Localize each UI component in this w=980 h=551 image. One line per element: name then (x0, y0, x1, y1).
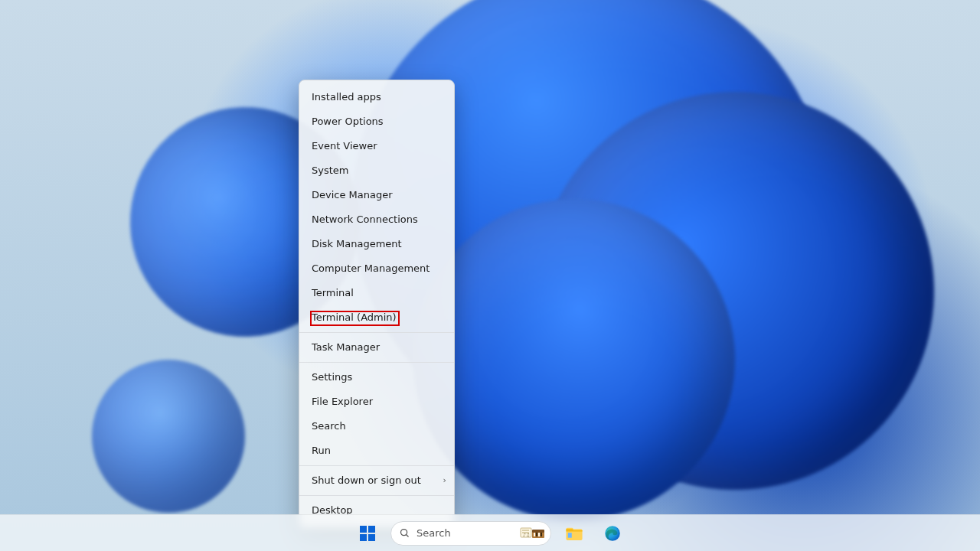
menu-item-run[interactable]: Run (299, 439, 454, 463)
winx-context-menu[interactable]: Installed appsPower OptionsEvent ViewerS… (299, 80, 455, 528)
svg-rect-13 (536, 533, 537, 536)
svg-rect-16 (568, 533, 572, 538)
menu-item-file-explorer[interactable]: File Explorer (299, 390, 454, 414)
menu-item-network-connections[interactable]: Network Connections (299, 207, 454, 232)
svg-text:♪♫: ♪♫ (523, 532, 530, 537)
menu-separator (299, 332, 454, 333)
menu-separator (299, 465, 454, 466)
windows-logo-icon (358, 524, 377, 543)
menu-item-label: Network Connections (312, 214, 418, 225)
svg-rect-11 (532, 530, 544, 533)
menu-item-label: Installed apps (312, 91, 381, 103)
menu-item-label: Disk Management (312, 238, 402, 249)
svg-rect-0 (360, 526, 367, 533)
menu-item-power-options[interactable]: Power Options (299, 109, 454, 134)
menu-item-label: Shut down or sign out (312, 474, 421, 486)
search-rich-icon: ♪♫ (520, 526, 546, 541)
svg-line-5 (407, 535, 409, 537)
menu-item-label: File Explorer (312, 396, 373, 407)
edge-icon (603, 524, 622, 543)
menu-item-terminal-admin[interactable]: Terminal (Admin) (299, 305, 454, 330)
search-placeholder-text: Search (416, 527, 451, 539)
desktop-wallpaper (0, 0, 980, 551)
menu-item-system[interactable]: System (299, 158, 454, 183)
menu-item-label: Event Viewer (312, 140, 377, 152)
svg-point-4 (401, 530, 407, 536)
menu-item-event-viewer[interactable]: Event Viewer (299, 134, 454, 158)
taskbar-search[interactable]: Search ♪♫ (390, 521, 551, 546)
menu-item-label: Terminal (Admin) (312, 311, 397, 323)
file-explorer-icon (564, 523, 584, 543)
menu-separator (299, 495, 454, 496)
svg-rect-1 (368, 526, 375, 533)
menu-item-label: Computer Management (312, 262, 430, 274)
svg-rect-15 (541, 533, 542, 536)
menu-item-search[interactable]: Search (299, 414, 454, 439)
menu-item-label: Settings (312, 371, 352, 383)
svg-rect-14 (538, 533, 540, 536)
menu-item-label: Run (312, 445, 331, 456)
svg-rect-3 (368, 534, 375, 541)
menu-item-disk-management[interactable]: Disk Management (299, 232, 454, 256)
menu-separator (299, 362, 454, 363)
wallpaper-petal (92, 360, 245, 513)
menu-item-label: Device Manager (312, 189, 393, 201)
menu-item-computer-management[interactable]: Computer Management (299, 256, 454, 281)
svg-rect-12 (534, 533, 535, 536)
menu-item-label: Task Manager (312, 341, 380, 353)
menu-item-device-manager[interactable]: Device Manager (299, 183, 454, 207)
taskbar-file-explorer[interactable] (559, 518, 590, 549)
menu-item-label: Search (312, 420, 346, 432)
menu-item-label: Terminal (312, 287, 354, 298)
taskbar: Search ♪♫ (0, 514, 980, 551)
menu-item-label: Power Options (312, 116, 384, 127)
taskbar-edge[interactable] (597, 518, 628, 549)
menu-item-terminal[interactable]: Terminal (299, 281, 454, 305)
menu-item-label: System (312, 165, 348, 176)
menu-item-installed-apps[interactable]: Installed apps (299, 85, 454, 109)
menu-item-shut-down-or-sign-out[interactable]: Shut down or sign out› (299, 468, 454, 493)
chevron-right-icon: › (443, 468, 446, 493)
menu-item-task-manager[interactable]: Task Manager (299, 335, 454, 360)
start-button[interactable] (352, 518, 383, 549)
menu-item-settings[interactable]: Settings (299, 365, 454, 390)
search-icon (399, 527, 410, 539)
svg-rect-2 (360, 534, 367, 541)
